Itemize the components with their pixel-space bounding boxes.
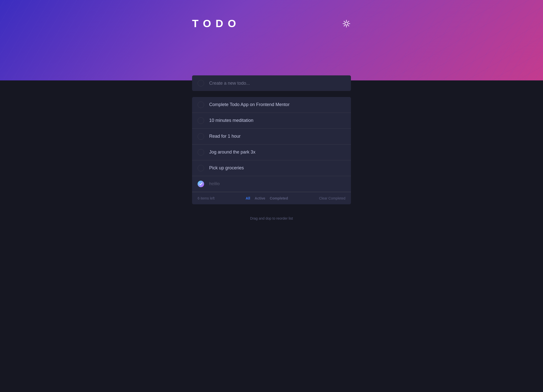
- todo-text: Pick up groceries: [209, 165, 345, 171]
- todo-item: Jog around the park 3x: [192, 144, 351, 160]
- todo-text: Jog around the park 3x: [209, 149, 345, 155]
- theme-toggle-button[interactable]: [342, 19, 351, 28]
- todo-item: Pick up groceries: [192, 160, 351, 176]
- todo-text: 10 minutes meditation: [209, 117, 345, 124]
- svg-line-8: [348, 21, 349, 22]
- todo-checkbox[interactable]: [198, 165, 204, 171]
- sun-icon: [343, 20, 350, 27]
- todo-item: 10 minutes meditation: [192, 113, 351, 129]
- todo-item: Read for 1 hour: [192, 129, 351, 144]
- filter-active-button[interactable]: Active: [255, 196, 265, 200]
- items-left-count: 6 items left: [198, 196, 215, 200]
- new-todo-container: [192, 75, 351, 91]
- svg-line-7: [344, 25, 345, 26]
- filter-completed-button[interactable]: Completed: [270, 196, 288, 200]
- todo-item: Complete Todo App on Frontend Mentor: [192, 97, 351, 113]
- todo-checkbox[interactable]: [198, 149, 204, 156]
- todo-text: Complete Todo App on Frontend Mentor: [209, 102, 345, 108]
- todo-checkbox[interactable]: [198, 133, 204, 140]
- todo-checkbox[interactable]: [198, 117, 204, 124]
- checkmark-icon: [199, 183, 202, 185]
- clear-completed-button[interactable]: Clear Completed: [319, 196, 345, 200]
- filter-all-button[interactable]: All: [246, 196, 250, 200]
- todo-item-completed: helllo: [192, 176, 351, 192]
- todo-checkbox-completed[interactable]: [198, 181, 204, 187]
- new-todo-input[interactable]: [209, 81, 345, 86]
- new-todo-circle[interactable]: [198, 80, 204, 86]
- svg-line-6: [348, 25, 349, 26]
- todo-text-completed: helllo: [209, 181, 345, 187]
- svg-point-0: [345, 22, 348, 25]
- drag-hint: Drag and dop to reorder list: [192, 216, 351, 220]
- app-title: TODO: [192, 18, 241, 30]
- svg-line-5: [344, 21, 345, 22]
- todo-text: Read for 1 hour: [209, 133, 345, 139]
- filter-buttons: All Active Completed: [246, 196, 288, 200]
- todo-list: Complete Todo App on Frontend Mentor 10 …: [192, 97, 351, 204]
- todo-footer: 6 items left All Active Completed Clear …: [192, 192, 351, 204]
- todo-checkbox[interactable]: [198, 102, 204, 108]
